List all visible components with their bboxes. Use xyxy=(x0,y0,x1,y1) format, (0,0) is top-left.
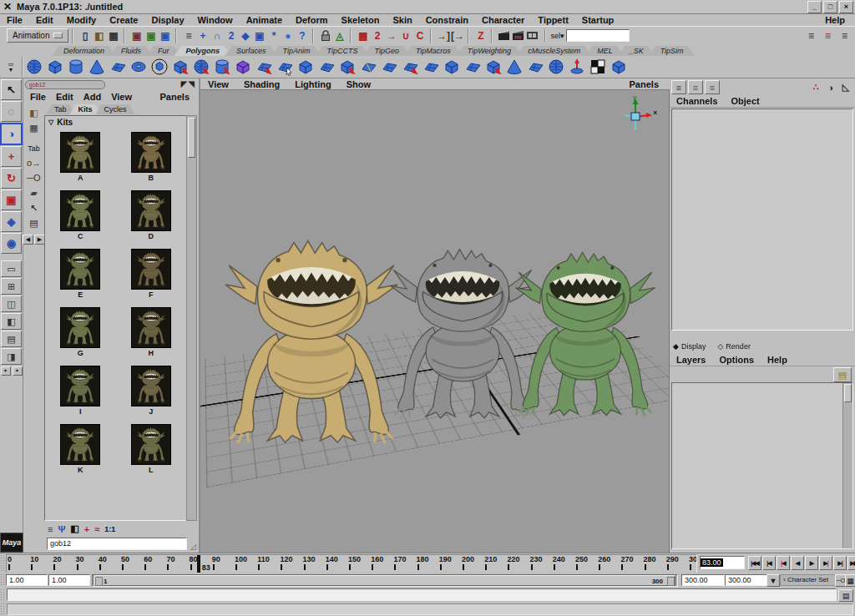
link-icon[interactable]: o→ xyxy=(27,156,42,169)
poly-make-hole-icon[interactable] xyxy=(420,57,441,77)
channel-box-list[interactable] xyxy=(671,109,853,331)
viewport-canvas[interactable]: y x xyxy=(200,90,670,553)
shelf-tab-tipsim[interactable]: TipSim xyxy=(649,46,696,56)
menu-help[interactable]: Help xyxy=(818,15,852,25)
key-icon[interactable]: ─O xyxy=(27,171,42,184)
layout-persp-graph[interactable]: ◧ xyxy=(1,313,22,330)
kit-image[interactable] xyxy=(60,190,100,231)
ipr-render-button[interactable]: PR xyxy=(511,29,525,43)
magnet-snap-button[interactable]: ∪ xyxy=(398,29,412,43)
viewport-menu-panels[interactable]: Panels xyxy=(622,79,666,89)
shelf-tab-tipanim[interactable]: TipAnim xyxy=(271,46,322,56)
shelf-tab-tipmacros[interactable]: TipMacros xyxy=(404,46,463,56)
channel-stat-icon[interactable]: ◑ xyxy=(824,81,837,93)
open-scene-button[interactable]: ◧ xyxy=(92,29,106,43)
kit-thumbnail-e[interactable]: E xyxy=(54,249,106,299)
range-slider-track[interactable]: 1 300 xyxy=(92,574,678,587)
poly-extract-icon[interactable] xyxy=(316,57,336,77)
menu-display[interactable]: Display xyxy=(144,15,190,25)
shelf-tab-deformation[interactable]: Deformation xyxy=(52,46,116,56)
show-shelf-button[interactable]: ≡ xyxy=(821,29,835,43)
go-to-start-button[interactable]: |◀◀ xyxy=(748,556,761,570)
shelf-tab-polygons[interactable]: Polygons xyxy=(175,46,232,56)
layout-hypergraph[interactable]: ▤ xyxy=(1,331,22,347)
scrollbar-thumb[interactable] xyxy=(844,384,852,402)
layers-list[interactable] xyxy=(671,382,853,549)
snap-view-button[interactable]: ▣ xyxy=(252,29,266,43)
layout-persp-outliner[interactable]: ◫ xyxy=(1,295,22,312)
prev-page-button[interactable]: ◀ xyxy=(23,235,33,245)
construction-history-button[interactable]: ▩ xyxy=(356,29,370,43)
graph-icon[interactable]: ≈ xyxy=(94,524,99,534)
poly-cylinder-icon[interactable] xyxy=(65,57,86,77)
universal-manip-tool[interactable]: ◈ xyxy=(1,211,22,232)
shelf-arrow-icon[interactable]: ▼ xyxy=(8,67,14,73)
auto-keyframe-toggle[interactable]: ▦ xyxy=(845,574,855,587)
redo-button[interactable]: C xyxy=(412,29,427,43)
channel-manip-icon[interactable]: ∴ xyxy=(809,81,822,93)
folder-icon[interactable]: ◧ xyxy=(27,106,42,119)
drag-grip[interactable] xyxy=(0,554,5,573)
poly-fill-hole-icon[interactable] xyxy=(399,57,420,77)
menu-modify[interactable]: Modify xyxy=(60,15,103,25)
kit-image[interactable] xyxy=(60,366,100,406)
toolbox-more-arrow[interactable]: ▾ xyxy=(1,366,11,376)
poly-proxy-icon[interactable] xyxy=(149,57,169,77)
menu-tippett[interactable]: Tippett xyxy=(531,15,574,25)
menu-edit[interactable]: Edit xyxy=(29,15,60,25)
soft-mod-tool[interactable]: ◉ xyxy=(1,233,22,254)
step-back-frame-button[interactable]: |◀ xyxy=(777,556,790,570)
channel-menu-channels[interactable]: Channels xyxy=(670,96,725,106)
filter-icon[interactable]: ≡ xyxy=(48,524,53,534)
snap-plane-button[interactable]: ◆ xyxy=(238,29,252,43)
visor-menu-file[interactable]: File xyxy=(25,92,51,102)
perspective-viewport[interactable]: ViewShadingLightingShow Panels xyxy=(200,78,670,553)
kit-image[interactable] xyxy=(60,424,100,465)
anim-snap-button[interactable]: 2 xyxy=(370,29,384,43)
poly-cone-icon[interactable] xyxy=(86,57,107,77)
kits-section-header[interactable]: ▽ Kits xyxy=(45,116,186,129)
menu-skeleton[interactable]: Skeleton xyxy=(335,15,387,25)
visor-menu-add[interactable]: Add xyxy=(78,92,106,102)
channel-fast-icon[interactable]: ≡ xyxy=(705,80,720,94)
kit-thumbnail-h[interactable]: H xyxy=(125,307,177,357)
kit-image[interactable] xyxy=(131,307,171,348)
viewport-menu-shading[interactable]: Shading xyxy=(236,79,287,89)
kit-thumbnail-b[interactable]: B xyxy=(125,132,177,182)
poly-axis-icon[interactable] xyxy=(566,57,587,77)
range-slider-bar[interactable]: 1 300 xyxy=(94,575,675,586)
play-forwards-button[interactable]: ▶ xyxy=(805,556,818,570)
notes-icon[interactable]: ▤ xyxy=(27,216,42,230)
move-tool[interactable]: + xyxy=(1,146,22,167)
eraser-icon[interactable]: ▰ xyxy=(27,186,42,199)
menu-deform[interactable]: Deform xyxy=(289,15,335,25)
visor-tab-tab[interactable]: Tab xyxy=(46,104,75,114)
shelf-tab-fluids[interactable]: Fluids xyxy=(109,46,153,56)
current-time-field[interactable]: 83.00 xyxy=(700,556,745,569)
viewport-menu-lighting[interactable]: Lighting xyxy=(287,79,338,89)
command-line-input[interactable] xyxy=(7,588,837,601)
visor-menu-edit[interactable]: Edit xyxy=(51,92,78,102)
title-bar[interactable]: ✕ Maya 7.0.1P13: ./untitled _□× xyxy=(0,0,855,14)
kit-name-input[interactable]: gob12 xyxy=(47,538,187,550)
kit-image[interactable] xyxy=(131,366,171,406)
playback-start-field[interactable]: 1.00 xyxy=(6,574,48,586)
poly-crease-icon[interactable] xyxy=(232,57,253,77)
anim-start-field[interactable]: 1.00 xyxy=(48,574,90,586)
kit-thumbnail-c[interactable]: C xyxy=(54,190,106,240)
collapse-arrow-icon[interactable]: ▽ xyxy=(48,119,53,126)
range-start-handle[interactable] xyxy=(95,577,103,586)
layer-menu-layers[interactable]: Layers xyxy=(670,355,712,365)
step-back-key-button[interactable]: |◀ xyxy=(762,556,776,570)
poly-smooth-icon[interactable] xyxy=(190,57,211,77)
kit-image[interactable] xyxy=(60,249,100,290)
visor-title-field[interactable]: gob12 xyxy=(25,80,105,89)
kit-image[interactable] xyxy=(131,132,171,173)
shelf-tab-tipgeo[interactable]: TipGeo xyxy=(362,46,410,56)
snap-point-button[interactable]: 2 xyxy=(224,29,238,43)
shelf-tab-tipweighting[interactable]: TipWeighting xyxy=(456,46,523,56)
poly-wedge-icon[interactable] xyxy=(503,57,524,77)
poly-cube-icon[interactable] xyxy=(44,57,65,77)
menu-animate[interactable]: Animate xyxy=(240,15,289,25)
show-ui-elements-button[interactable]: ≡ xyxy=(804,29,818,43)
